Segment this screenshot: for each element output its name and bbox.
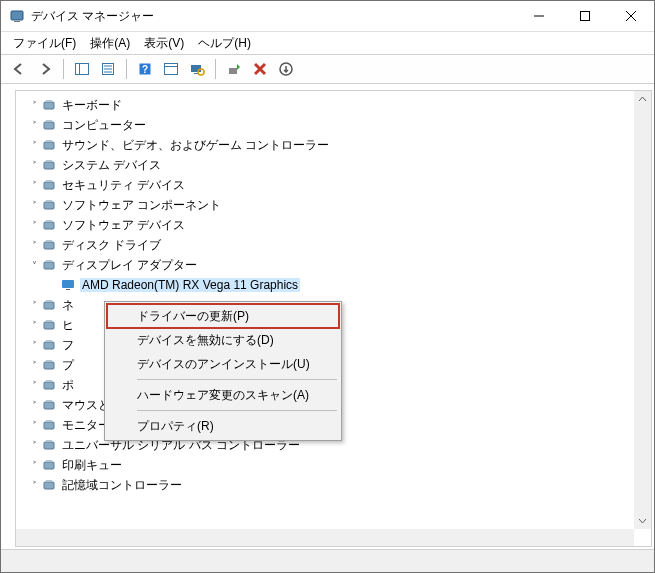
svg-rect-60 [46,460,52,462]
titlebar: デバイス マネージャー [1,1,654,32]
expand-toggle-icon[interactable]: ˃ [26,300,42,311]
svg-rect-50 [46,360,52,362]
svg-rect-54 [46,400,52,402]
uninstall-button[interactable] [248,57,272,81]
expand-toggle-icon[interactable]: ˃ [26,420,42,431]
tree-item-label: ネ [62,297,74,314]
svg-rect-3 [581,12,590,21]
tree-item[interactable]: ˃システム デバイス [16,155,634,175]
menu-view[interactable]: 表示(V) [138,33,190,54]
context-menu-item[interactable]: デバイスのアンインストール(U) [107,352,339,376]
svg-rect-55 [44,422,54,429]
svg-rect-27 [44,142,54,149]
device-category-icon [42,377,58,393]
expand-toggle-icon[interactable]: ˃ [26,360,42,371]
tree-item-label: フ [62,337,74,354]
forward-button[interactable] [33,57,57,81]
tree-item-label: ポ [62,377,74,394]
tree-item[interactable]: ˃ソフトウェア コンポーネント [16,195,634,215]
tree-item-label: 印刷キュー [62,457,122,474]
scroll-up-icon[interactable] [634,91,651,108]
maximize-button[interactable] [562,1,608,31]
context-menu-item[interactable]: ドライバーの更新(P) [107,304,339,328]
expand-toggle-icon[interactable]: ˃ [26,180,42,191]
menu-file[interactable]: ファイル(F) [7,33,82,54]
svg-rect-31 [44,182,54,189]
expand-toggle-icon[interactable]: ˃ [26,160,42,171]
action-list-button[interactable] [159,57,183,81]
context-menu-item[interactable]: ハードウェア変更のスキャン(A) [107,383,339,407]
svg-rect-48 [46,340,52,342]
tree-item[interactable]: ˃コンピューター [16,115,634,135]
svg-rect-51 [44,382,54,389]
svg-rect-40 [46,260,52,262]
tree-item[interactable]: ˃サウンド、ビデオ、およびゲーム コントローラー [16,135,634,155]
svg-rect-35 [44,222,54,229]
expand-toggle-icon[interactable]: ˃ [26,320,42,331]
horizontal-scrollbar[interactable] [16,529,634,546]
tree-item[interactable]: ˃セキュリティ デバイス [16,175,634,195]
tree-item[interactable]: ˅ディスプレイ アダプター [16,255,634,275]
expand-toggle-icon[interactable]: ˃ [26,200,42,211]
expand-toggle-icon[interactable]: ˃ [26,460,42,471]
tree-scroll-pane: ˃キーボード˃コンピューター˃サウンド、ビデオ、およびゲーム コントローラー˃シ… [15,90,652,547]
help-button[interactable]: ? [133,57,157,81]
svg-rect-37 [44,242,54,249]
expand-toggle-icon[interactable]: ˃ [26,380,42,391]
tree-item[interactable]: ˃ディスク ドライブ [16,235,634,255]
expand-toggle-icon[interactable]: ˃ [26,440,42,451]
tree-item-child-selected[interactable]: AMD Radeon(TM) RX Vega 11 Graphics [16,275,634,295]
expand-toggle-icon[interactable]: ˃ [26,480,42,491]
expand-toggle-icon[interactable]: ˃ [26,120,42,131]
expand-toggle-icon[interactable]: ˅ [26,260,42,271]
show-hide-console-tree-button[interactable] [70,57,94,81]
vertical-scrollbar[interactable] [634,91,651,529]
back-button[interactable] [7,57,31,81]
tree-item[interactable]: ˃キーボード [16,95,634,115]
svg-rect-44 [46,300,52,302]
scroll-down-icon[interactable] [634,512,651,529]
disable-button[interactable] [274,57,298,81]
menubar: ファイル(F) 操作(A) 表示(V) ヘルプ(H) [1,32,654,54]
scroll-track[interactable] [634,108,651,512]
tree-item[interactable]: ˃ソフトウェア デバイス [16,215,634,235]
svg-rect-6 [76,64,89,75]
svg-rect-16 [191,65,201,72]
close-button[interactable] [608,1,654,31]
context-menu-item[interactable]: プロパティ(R) [107,414,339,438]
tree-item[interactable]: ˃印刷キュー [16,455,634,475]
toolbar-separator [215,59,216,79]
menu-help[interactable]: ヘルプ(H) [192,33,257,54]
device-category-icon [42,237,58,253]
device-category-icon [42,297,58,313]
svg-rect-0 [11,11,23,20]
expand-toggle-icon[interactable]: ˃ [26,140,42,151]
expand-toggle-icon[interactable]: ˃ [26,240,42,251]
minimize-button[interactable] [516,1,562,31]
tree-item-label: ディスク ドライブ [62,237,161,254]
device-category-icon [42,317,58,333]
context-menu-item[interactable]: デバイスを無効にする(D) [107,328,339,352]
expand-toggle-icon[interactable]: ˃ [26,100,42,111]
app-icon [9,8,25,24]
svg-rect-36 [46,220,52,222]
svg-rect-30 [46,160,52,162]
tree-item-label: AMD Radeon(TM) RX Vega 11 Graphics [80,278,300,292]
tree-item-label: モニター [62,417,110,434]
svg-rect-61 [44,482,54,489]
tree-item-label: ヒ [62,317,74,334]
expand-toggle-icon[interactable]: ˃ [26,400,42,411]
update-driver-button[interactable] [222,57,246,81]
expand-toggle-icon[interactable]: ˃ [26,340,42,351]
tree-item[interactable]: ˃記憶域コントローラー [16,475,634,495]
context-menu-separator [137,410,337,411]
properties-button[interactable] [96,57,120,81]
scan-hardware-button[interactable] [185,57,209,81]
svg-rect-39 [44,262,54,269]
toolbar-separator [63,59,64,79]
svg-rect-43 [44,302,54,309]
expand-toggle-icon[interactable]: ˃ [26,220,42,231]
menu-action[interactable]: 操作(A) [84,33,136,54]
svg-rect-1 [14,21,20,22]
toolbar-separator [126,59,127,79]
